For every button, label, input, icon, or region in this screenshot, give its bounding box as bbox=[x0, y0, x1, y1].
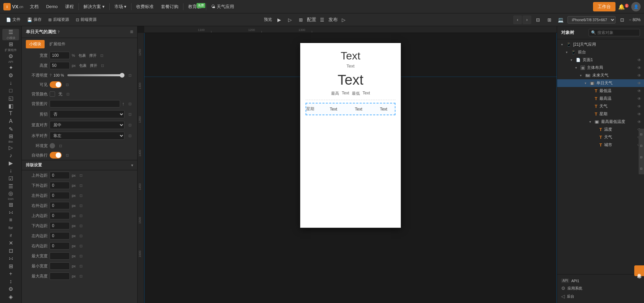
canvas-scroll[interactable]: Text Text Text 最高 Text 最低 Text 星期 Text bbox=[144, 33, 557, 303]
tree-item-min-temp[interactable]: T 最低温 👁 bbox=[557, 87, 644, 95]
max-height-copy-btn[interactable]: ⊡ bbox=[78, 273, 85, 279]
eye-min-temp[interactable]: 👁 bbox=[637, 89, 641, 93]
tree-item-city[interactable]: T 城市 👁 bbox=[557, 141, 644, 149]
tab-small-module[interactable]: 小模块 bbox=[26, 40, 45, 48]
visible-copy-btn[interactable]: ⊡ bbox=[64, 81, 70, 88]
sidebar-item-btn[interactable]: ⊞ Btn bbox=[2, 133, 19, 143]
forward-arrow[interactable]: › bbox=[523, 15, 531, 24]
sidebar-item-star[interactable]: ✦ bbox=[2, 64, 19, 71]
nav-courses[interactable]: 课程 bbox=[62, 2, 77, 11]
sidebar-item-small-module[interactable]: ☰ 小模块 bbox=[2, 29, 19, 40]
width-copy-btn[interactable]: ⊡ bbox=[99, 52, 105, 59]
back-arrow[interactable]: ‹ bbox=[513, 15, 522, 24]
margin-top-copy-btn[interactable]: ⊡ bbox=[78, 172, 85, 179]
valign-copy-btn[interactable]: ⊡ bbox=[126, 122, 133, 128]
sidebar-item-lines[interactable]: ≡ bbox=[2, 217, 19, 224]
side-btn-4[interactable]: ⊟ bbox=[639, 163, 644, 174]
height-input[interactable] bbox=[50, 62, 70, 69]
opacity-help[interactable]: ? bbox=[50, 74, 52, 77]
sidebar-item-api[interactable]: ⚙ API bbox=[2, 53, 19, 63]
preview-play2-btn[interactable]: ▷ bbox=[285, 15, 295, 25]
halign-copy-btn[interactable]: ⊡ bbox=[126, 132, 133, 139]
feedback-button[interactable]: 意见中心 bbox=[634, 265, 644, 276]
side-btn-3[interactable]: ⊟ bbox=[639, 152, 644, 163]
nav-demo[interactable]: Demo bbox=[43, 3, 61, 10]
padding-bottom-input[interactable] bbox=[50, 222, 70, 229]
arrow-main-layout[interactable]: ▾ bbox=[575, 66, 579, 70]
layout-icon-3[interactable]: 💻 bbox=[556, 15, 566, 25]
width-stretch-btn[interactable]: 撑开 bbox=[89, 53, 97, 58]
width-input[interactable] bbox=[50, 52, 70, 59]
padding-right-input[interactable] bbox=[50, 242, 70, 250]
eye-daily-weather[interactable]: 👁 bbox=[637, 81, 641, 86]
sidebar-item-gear[interactable]: ⚙ bbox=[2, 286, 19, 293]
padding-bottom-copy-btn[interactable]: ⊡ bbox=[78, 222, 85, 229]
nav-solutions[interactable]: 解决方案 ▾ bbox=[80, 2, 108, 11]
nav-docs[interactable]: 文档 bbox=[26, 2, 42, 11]
backend-resources-button[interactable]: ⊞ 后端资源 bbox=[46, 16, 72, 24]
search-input[interactable] bbox=[597, 30, 638, 35]
sidebar-item-edit[interactable]: ✎ bbox=[2, 126, 19, 133]
margin-top-input[interactable] bbox=[50, 172, 70, 179]
tree-item-weekday[interactable]: T 星期 👁 bbox=[557, 110, 644, 118]
nav-edu[interactable]: 教育版 免费 bbox=[185, 2, 205, 11]
sidebar-item-list[interactable]: ☰ bbox=[2, 183, 19, 190]
min-width-copy-btn[interactable]: ⊡ bbox=[78, 263, 85, 269]
eye-max-temp[interactable]: 👁 bbox=[637, 96, 641, 101]
sidebar-item-dots[interactable]: ∺ bbox=[2, 209, 19, 216]
avatar[interactable]: 👤 bbox=[631, 2, 641, 11]
sidebar-item-move[interactable]: ↕ bbox=[2, 278, 19, 285]
configure-icon-btn[interactable]: ☰ bbox=[318, 15, 327, 25]
min-width-input[interactable] bbox=[50, 262, 70, 270]
clip-select[interactable]: 否 是 bbox=[50, 110, 124, 118]
auto-wrap-copy-btn[interactable]: ⊡ bbox=[64, 152, 70, 159]
sidebar-item-grid2[interactable]: ⊞ bbox=[2, 263, 19, 270]
max-width-copy-btn[interactable]: ⊡ bbox=[78, 253, 85, 259]
tree-item-frontend[interactable]: ▾ 📱 前台 bbox=[557, 48, 644, 56]
eye-future-weather[interactable]: 👁 bbox=[637, 73, 641, 78]
sidebar-item-close[interactable]: ✕ bbox=[2, 240, 19, 247]
sidebar-item-table[interactable]: ⊡ bbox=[2, 247, 19, 254]
arrow-max-min-temp[interactable]: ▾ bbox=[589, 120, 593, 124]
clip-copy-btn[interactable]: ⊡ bbox=[126, 111, 133, 118]
side-btn-1[interactable]: ⊟ bbox=[639, 129, 644, 140]
sidebar-item-component[interactable]: ◱ bbox=[2, 95, 19, 102]
tree-item-app[interactable]: ▾ 📱 [21]天气应用 bbox=[557, 41, 644, 48]
sidebar-item-layout[interactable]: ◧ bbox=[2, 102, 19, 110]
preview-play-btn[interactable]: ▶ bbox=[275, 15, 284, 25]
bg-color-copy-btn[interactable]: ⊡ bbox=[64, 91, 71, 97]
zoom-out-btn[interactable]: − bbox=[629, 17, 631, 22]
sidebar-item-music[interactable]: ♪ bbox=[2, 152, 19, 159]
tree-item-page1[interactable]: ▾ 📄 页面1 👁 bbox=[557, 56, 644, 64]
sidebar-item-text-a[interactable]: A bbox=[2, 118, 19, 125]
arrow-future-weather[interactable]: ▾ bbox=[580, 74, 584, 77]
tab-extend[interactable]: 扩展组件 bbox=[46, 40, 69, 48]
sidebar-item-settings[interactable]: ⚙ bbox=[2, 72, 19, 79]
layout-section-header[interactable]: 排版设置 ▾ bbox=[22, 160, 137, 170]
bg-color-preview[interactable] bbox=[50, 91, 55, 97]
height-copy-btn[interactable]: ⊡ bbox=[99, 62, 106, 69]
configure-btn[interactable]: 配置 bbox=[307, 15, 316, 25]
layout-icon-1[interactable]: ⊟ bbox=[533, 15, 543, 25]
sidebar-item-add[interactable]: + bbox=[2, 270, 19, 277]
eye-weekday[interactable]: 👁 bbox=[637, 112, 641, 117]
logo[interactable]: i VX .cn bbox=[3, 3, 23, 10]
width-wrap-btn[interactable]: 包裹 bbox=[78, 53, 86, 58]
arrow-app[interactable]: ▾ bbox=[561, 43, 565, 46]
eye-max-min-temp[interactable]: 👁 bbox=[637, 120, 641, 124]
nav-packages[interactable]: 套餐订购 bbox=[158, 2, 182, 11]
arrow-frontend[interactable]: ▾ bbox=[566, 50, 570, 54]
sidebar-item-icon-comp[interactable]: ◎ icon bbox=[2, 190, 19, 201]
workbench-button[interactable]: 工作台 bbox=[593, 2, 615, 11]
padding-top-input[interactable] bbox=[50, 212, 70, 219]
copy-device-btn[interactable]: ⊡ bbox=[618, 15, 627, 25]
sidebar-item-if[interactable]: if bbox=[2, 232, 19, 239]
api-row[interactable]: API API1 bbox=[561, 277, 640, 284]
sidebar-item-play[interactable]: ▷ bbox=[2, 144, 19, 151]
opacity-thumb[interactable] bbox=[120, 73, 124, 78]
tree-item-daily-weather[interactable]: ▾ ▦ 单日天气 👁 bbox=[557, 79, 644, 87]
eye-main-layout[interactable]: 👁 bbox=[637, 66, 641, 70]
padding-left-input[interactable] bbox=[50, 232, 70, 240]
sidebar-item-for[interactable]: for bbox=[2, 224, 19, 231]
side-btn-2[interactable]: ⊟ bbox=[639, 140, 644, 152]
